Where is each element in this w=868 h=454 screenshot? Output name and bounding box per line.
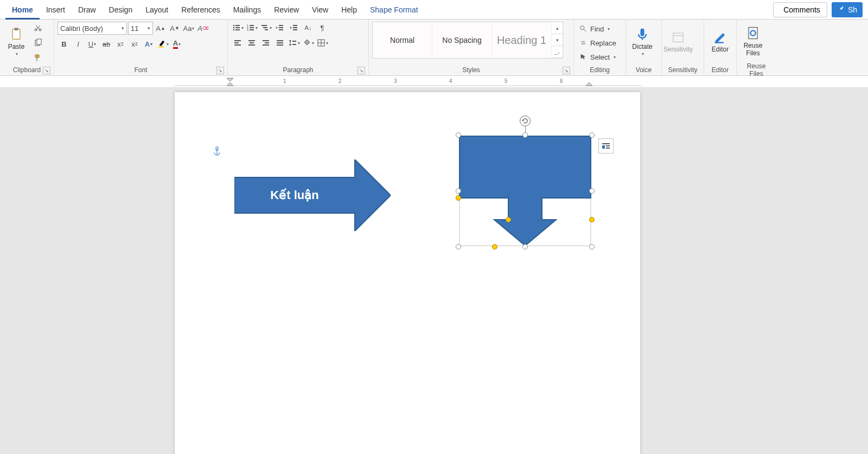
justify-button[interactable]	[273, 37, 286, 49]
indent-marker-right[interactable]	[585, 76, 596, 88]
underline-button[interactable]: U▾	[86, 38, 99, 50]
resize-handle-se[interactable]	[589, 244, 595, 250]
group-styles: Normal No Spacing Heading 1 ▴ ▾ ⎯▾ Style…	[369, 20, 574, 75]
styles-more-button[interactable]: ⎯▾	[552, 46, 563, 58]
align-right-button[interactable]	[259, 37, 272, 49]
replace-button[interactable]: Replace	[577, 37, 618, 49]
font-color-button[interactable]: A▾	[170, 38, 183, 50]
font-size-combo[interactable]: 11▾	[128, 22, 153, 35]
align-center-button[interactable]	[245, 37, 258, 49]
adjust-handle-2[interactable]	[506, 217, 511, 222]
styles-launcher[interactable]: ↘	[563, 67, 570, 74]
increase-indent-button[interactable]	[288, 22, 301, 34]
paragraph-launcher[interactable]: ↘	[358, 67, 365, 74]
highlight-button[interactable]: ▾	[156, 38, 169, 50]
shape-down-arrow-callout[interactable]	[458, 135, 592, 247]
cut-button[interactable]	[31, 22, 44, 34]
tab-shape-format[interactable]: Shape Format	[363, 0, 425, 20]
tab-layout[interactable]: Layout	[139, 0, 175, 20]
styles-up-button[interactable]: ▴	[552, 22, 563, 34]
tab-insert[interactable]: Insert	[40, 0, 72, 20]
adjust-handle-3[interactable]	[589, 217, 595, 222]
resize-handle-n[interactable]	[522, 132, 528, 138]
dictate-button[interactable]: Dictate ▾	[629, 22, 655, 61]
multilevel-list-button[interactable]: ▾	[259, 22, 272, 34]
document-workspace[interactable]: Kết luận	[0, 88, 868, 454]
clear-formatting-button[interactable]: A⌫	[196, 22, 209, 34]
reuse-files-button[interactable]: Reuse Files	[740, 22, 766, 61]
tab-draw[interactable]: Draw	[72, 0, 103, 20]
resize-handle-sw[interactable]	[456, 244, 461, 250]
svg-rect-1	[15, 28, 18, 30]
paragraph-label: Paragraph	[283, 66, 313, 74]
tab-references[interactable]: References	[175, 0, 227, 20]
show-marks-button[interactable]: ¶	[316, 22, 329, 34]
rotate-handle[interactable]	[520, 116, 531, 126]
resize-handle-s[interactable]	[522, 244, 528, 250]
paste-button[interactable]: Paste ▾	[3, 22, 29, 61]
horizontal-ruler[interactable]: 1 2 3 4 5 6	[0, 76, 868, 88]
shading-button[interactable]: ▾	[302, 37, 315, 49]
editor-btn-label: Editor	[712, 46, 729, 53]
clipboard-launcher[interactable]: ↘	[43, 67, 50, 74]
editor-button[interactable]: Editor	[707, 22, 733, 61]
share-icon	[837, 5, 845, 14]
svg-point-44	[580, 26, 584, 30]
group-voice: Dictate ▾ Voice	[626, 20, 662, 75]
numbering-button[interactable]: 123▾	[245, 22, 258, 34]
line-spacing-button[interactable]: ▾	[288, 37, 301, 49]
styles-scroll: ▴ ▾ ⎯▾	[552, 22, 563, 58]
style-normal[interactable]: Normal	[373, 22, 432, 58]
tab-help[interactable]: Help	[335, 0, 363, 20]
format-painter-button[interactable]	[31, 52, 44, 64]
bold-button[interactable]: B	[58, 38, 71, 50]
indent-marker-left[interactable]	[226, 76, 237, 88]
styles-down-button[interactable]: ▾	[552, 34, 563, 46]
text-effects-button[interactable]: A▾	[142, 38, 155, 50]
ruler-tick-1: 1	[283, 78, 286, 84]
sort-button[interactable]: A↓	[302, 22, 315, 34]
editing-label: Editing	[590, 66, 610, 74]
font-launcher[interactable]: ↘	[216, 67, 224, 74]
subscript-button[interactable]: x2	[114, 38, 127, 50]
tab-mailings[interactable]: Mailings	[227, 0, 267, 20]
resize-handle-e[interactable]	[589, 188, 595, 194]
resize-handle-ne[interactable]	[589, 132, 595, 138]
copy-button[interactable]	[31, 37, 44, 49]
italic-button[interactable]: I	[72, 38, 85, 50]
adjust-handle-4[interactable]	[492, 244, 497, 250]
share-button[interactable]: Sh	[832, 2, 863, 17]
resize-handle-nw[interactable]	[456, 132, 461, 138]
change-case-button[interactable]: Aa▾	[182, 22, 195, 34]
decrease-indent-button[interactable]	[273, 22, 286, 34]
svg-rect-33	[263, 40, 269, 41]
ruler-tick-4: 4	[449, 78, 452, 84]
style-no-spacing[interactable]: No Spacing	[432, 22, 492, 58]
shrink-font-button[interactable]: A▼	[168, 22, 181, 34]
svg-rect-13	[250, 25, 254, 26]
reuse-group-label: Reuse Files	[740, 62, 773, 78]
resize-handle-w[interactable]	[456, 188, 461, 194]
tab-design[interactable]: Design	[103, 0, 139, 20]
svg-rect-22	[279, 27, 283, 28]
svg-rect-25	[293, 27, 297, 28]
bullets-button[interactable]: ▾	[231, 22, 244, 34]
shape-right-arrow[interactable]: Kết luận	[234, 159, 391, 231]
borders-button[interactable]: ▾	[316, 37, 329, 49]
align-left-button[interactable]	[231, 37, 244, 49]
tab-review[interactable]: Review	[267, 0, 305, 20]
strikethrough-button[interactable]: ab	[100, 38, 113, 50]
superscript-button[interactable]: x2	[128, 38, 141, 50]
tab-view[interactable]: View	[305, 0, 335, 20]
svg-point-10	[233, 29, 234, 31]
comments-button[interactable]: Comments	[773, 2, 827, 17]
select-button[interactable]: Select▾	[577, 51, 618, 63]
font-name-combo[interactable]: Calibri (Body)▾	[58, 22, 127, 35]
style-heading-1[interactable]: Heading 1	[492, 22, 552, 58]
find-button[interactable]: Find▾	[577, 23, 618, 35]
anchor-icon[interactable]	[213, 146, 221, 158]
layout-options-button[interactable]	[598, 138, 614, 154]
adjust-handle-1[interactable]	[456, 195, 461, 201]
grow-font-button[interactable]: A▲	[154, 22, 167, 34]
tab-home[interactable]: Home	[5, 0, 40, 20]
